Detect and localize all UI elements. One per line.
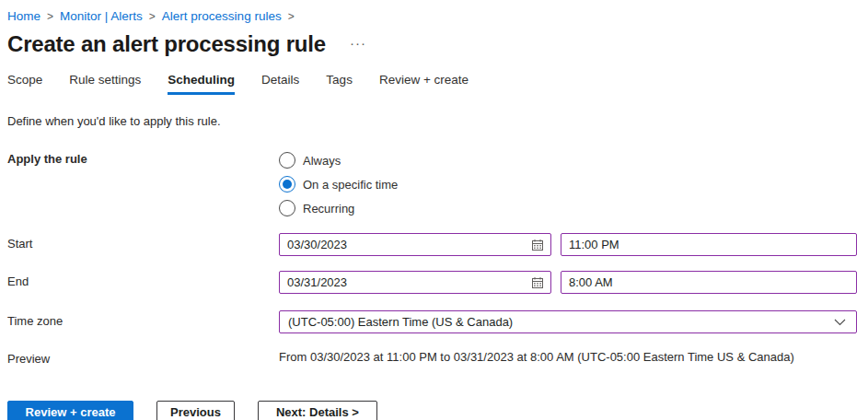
preview-value: From 03/30/2023 at 11:00 PM to 03/31/202… bbox=[279, 348, 794, 364]
preview-row: Preview From 03/30/2023 at 11:00 PM to 0… bbox=[7, 348, 861, 366]
radio-unselected-icon bbox=[279, 152, 295, 169]
radio-option-label: On a specific time bbox=[303, 178, 398, 192]
time-zone-label: Time zone bbox=[7, 310, 279, 328]
radio-option-label: Recurring bbox=[303, 202, 354, 216]
radio-option-always[interactable]: Always bbox=[279, 148, 398, 172]
calendar-icon[interactable] bbox=[531, 239, 550, 251]
chevron-right-icon: > bbox=[288, 10, 295, 23]
tab-scope[interactable]: Scope bbox=[7, 73, 42, 95]
breadcrumb-link-alert-processing-rules[interactable]: Alert processing rules bbox=[162, 9, 282, 23]
radio-option-recurring[interactable]: Recurring bbox=[279, 196, 398, 220]
title-row: Create an alert processing rule ··· bbox=[7, 31, 861, 57]
chevron-right-icon: > bbox=[149, 10, 156, 23]
radio-option-on-specific-time[interactable]: On a specific time bbox=[279, 172, 398, 196]
tab-bar: Scope Rule settings Scheduling Details T… bbox=[7, 73, 861, 95]
end-time-input[interactable] bbox=[561, 275, 856, 289]
start-date-input[interactable] bbox=[280, 238, 531, 251]
page-title: Create an alert processing rule bbox=[7, 31, 326, 57]
end-label: End bbox=[7, 271, 279, 288]
create-alert-processing-rule-page: Home > Monitor | Alerts > Alert processi… bbox=[0, 0, 868, 420]
chevron-right-icon: > bbox=[47, 10, 53, 23]
end-date-input[interactable] bbox=[280, 275, 531, 289]
apply-rule-row: Apply the rule Always On a specific time… bbox=[7, 148, 861, 220]
ellipsis-icon[interactable]: ··· bbox=[350, 35, 366, 51]
start-row: Start bbox=[7, 233, 861, 256]
tab-tags[interactable]: Tags bbox=[326, 73, 353, 95]
tab-details[interactable]: Details bbox=[261, 73, 299, 95]
breadcrumb-link-home[interactable]: Home bbox=[7, 9, 41, 23]
next-details-button[interactable]: Next: Details > bbox=[258, 401, 377, 420]
scheduling-description: Define when you'd like to apply this rul… bbox=[7, 114, 861, 128]
end-time-field bbox=[561, 271, 857, 294]
breadcrumb: Home > Monitor | Alerts > Alert processi… bbox=[7, 9, 861, 23]
start-time-input[interactable] bbox=[561, 238, 856, 251]
radio-selected-icon bbox=[279, 176, 295, 192]
start-time-field bbox=[561, 233, 857, 256]
end-row: End bbox=[7, 271, 861, 294]
footer-actions: Review + create Previous Next: Details > bbox=[7, 401, 861, 420]
review-create-button[interactable]: Review + create bbox=[7, 401, 133, 420]
time-zone-row: Time zone (UTC-05:00) Eastern Time (US &… bbox=[7, 310, 861, 333]
time-zone-select[interactable]: (UTC-05:00) Eastern Time (US & Canada) bbox=[279, 310, 857, 333]
radio-unselected-icon bbox=[279, 200, 295, 216]
apply-rule-label: Apply the rule bbox=[7, 148, 279, 166]
start-date-field bbox=[279, 233, 551, 256]
tab-scheduling[interactable]: Scheduling bbox=[168, 73, 235, 95]
apply-rule-radio-group: Always On a specific time Recurring bbox=[279, 148, 398, 220]
tab-review-create[interactable]: Review + create bbox=[379, 73, 469, 95]
calendar-icon[interactable] bbox=[531, 276, 550, 289]
breadcrumb-link-monitor-alerts[interactable]: Monitor | Alerts bbox=[60, 9, 143, 23]
preview-label: Preview bbox=[7, 348, 279, 366]
chevron-down-icon bbox=[834, 319, 846, 326]
time-zone-selected-value: (UTC-05:00) Eastern Time (US & Canada) bbox=[288, 315, 513, 329]
radio-option-label: Always bbox=[303, 154, 341, 168]
start-label: Start bbox=[7, 233, 279, 251]
previous-button[interactable]: Previous bbox=[156, 401, 235, 420]
end-date-field bbox=[279, 271, 551, 294]
tab-rule-settings[interactable]: Rule settings bbox=[69, 73, 141, 95]
